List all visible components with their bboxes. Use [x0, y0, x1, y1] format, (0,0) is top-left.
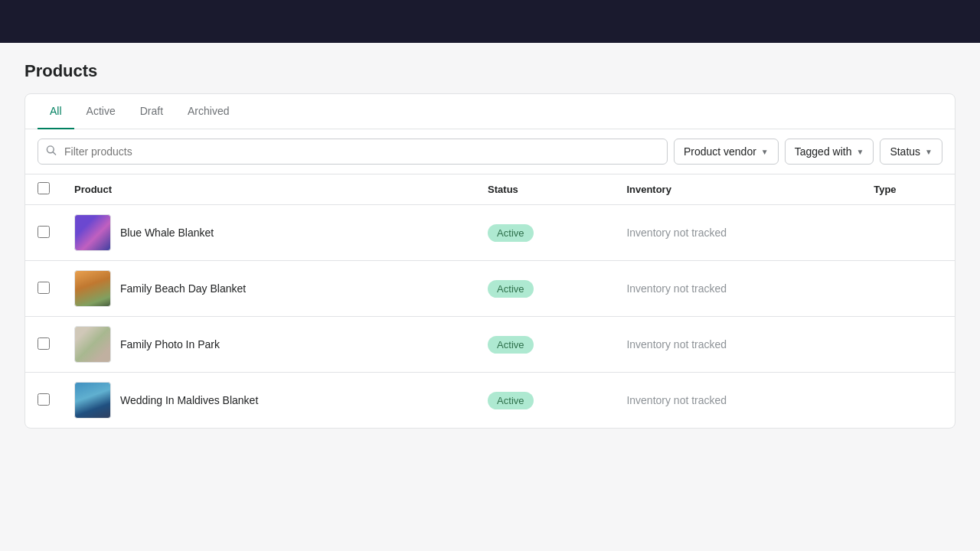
col-header-inventory: Inventory	[614, 174, 861, 205]
inventory-value: Inventory not tracked	[626, 394, 727, 406]
status-badge: Active	[488, 224, 533, 242]
table-row: Family Photo In Park Active Inventory no…	[25, 317, 955, 373]
filter-tagged-button[interactable]: Tagged with ▼	[785, 139, 874, 165]
product-cell: Family Photo In Park	[74, 326, 463, 363]
chevron-down-icon: ▼	[925, 148, 933, 156]
tabs-bar: All Active Draft Archived	[25, 94, 955, 129]
product-thumbnail	[74, 270, 111, 307]
product-thumbnail	[74, 382, 111, 419]
chevron-down-icon: ▼	[761, 148, 769, 156]
status-badge: Active	[488, 336, 533, 354]
search-icon	[45, 145, 57, 159]
product-cell: Family Beach Day Blanket	[74, 270, 463, 307]
search-wrapper	[38, 139, 668, 165]
table-row: Family Beach Day Blanket Active Inventor…	[25, 261, 955, 317]
toolbar: Product vendor ▼ Tagged with ▼ Status ▼	[25, 129, 955, 174]
table-row: Blue Whale Blanket Active Inventory not …	[25, 205, 955, 261]
products-card: All Active Draft Archived Product vendor…	[24, 93, 956, 429]
product-name: Wedding In Maldives Blanket	[120, 394, 258, 406]
product-name: Family Beach Day Blanket	[120, 282, 246, 295]
type-value	[861, 373, 955, 429]
status-badge: Active	[488, 280, 533, 298]
col-header-status: Status	[475, 174, 614, 205]
type-value	[861, 261, 955, 317]
tab-draft[interactable]: Draft	[128, 94, 175, 129]
top-bar	[0, 0, 980, 43]
row-checkbox[interactable]	[38, 282, 50, 294]
tab-archived[interactable]: Archived	[175, 94, 241, 129]
tab-active[interactable]: Active	[74, 94, 128, 129]
select-all-checkbox[interactable]	[38, 182, 50, 194]
product-name: Blue Whale Blanket	[120, 227, 214, 239]
product-thumbnail	[74, 326, 111, 363]
status-badge: Active	[488, 392, 533, 409]
page-title: Products	[24, 61, 956, 81]
row-checkbox[interactable]	[38, 226, 50, 238]
product-thumbnail	[74, 214, 111, 251]
search-input[interactable]	[38, 139, 668, 165]
product-cell: Blue Whale Blanket	[74, 214, 463, 251]
type-value	[861, 317, 955, 373]
table-row: Wedding In Maldives Blanket Active Inven…	[25, 373, 955, 429]
svg-line-1	[53, 152, 56, 155]
filter-status-button[interactable]: Status ▼	[880, 139, 942, 165]
inventory-value: Inventory not tracked	[626, 338, 727, 350]
product-cell: Wedding In Maldives Blanket	[74, 382, 463, 419]
tab-all[interactable]: All	[38, 94, 74, 129]
col-header-product: Product	[62, 174, 475, 205]
type-value	[861, 205, 955, 261]
row-checkbox[interactable]	[38, 337, 50, 350]
row-checkbox[interactable]	[38, 393, 50, 406]
col-header-type: Type	[861, 174, 955, 205]
products-table: Product Status Inventory Type Blue Whale…	[25, 174, 955, 428]
inventory-value: Inventory not tracked	[626, 227, 727, 239]
product-name: Family Photo In Park	[120, 338, 220, 350]
inventory-value: Inventory not tracked	[626, 282, 727, 295]
chevron-down-icon: ▼	[856, 148, 864, 156]
filter-vendor-button[interactable]: Product vendor ▼	[674, 139, 779, 165]
